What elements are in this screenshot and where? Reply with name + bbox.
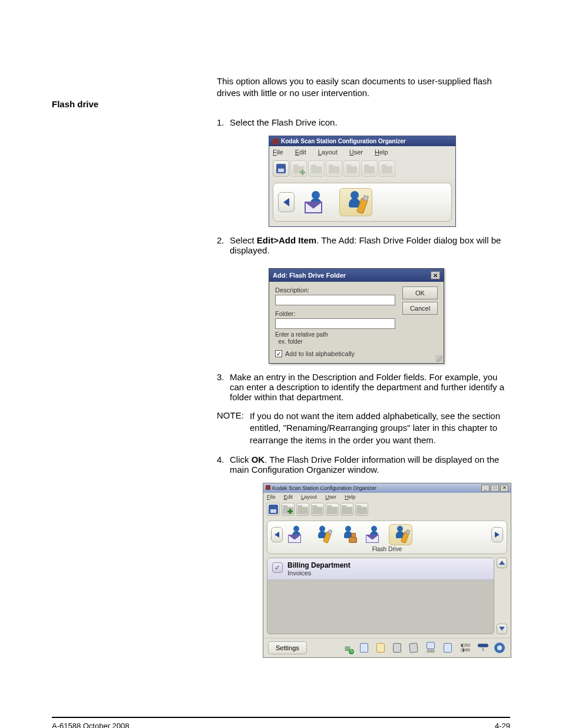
- folder-icon: [311, 166, 322, 173]
- ok-button[interactable]: OK: [402, 286, 438, 299]
- folder-icon: [382, 166, 392, 173]
- status-icon-list[interactable]: ≣↻: [341, 641, 354, 654]
- group-email[interactable]: [285, 524, 309, 545]
- folder-icon: [346, 166, 357, 173]
- menu-file[interactable]: File: [267, 494, 276, 500]
- scroll-left-button[interactable]: [271, 527, 283, 542]
- status-settings-icon[interactable]: [493, 641, 506, 654]
- toolbar-btn-7[interactable]: [355, 503, 368, 516]
- maximize-button[interactable]: □: [491, 485, 499, 492]
- menu-file[interactable]: File: [273, 149, 283, 156]
- note-label: NOTE:: [217, 410, 250, 446]
- chevron-left-icon: [275, 532, 279, 538]
- group-strip: Flash Drive: [267, 521, 507, 554]
- menu-help[interactable]: Help: [375, 149, 388, 156]
- window-controls: _ □ ✕: [481, 485, 508, 492]
- step-num: 3.: [217, 372, 230, 402]
- save-button[interactable]: [267, 503, 280, 516]
- group-network[interactable]: [337, 524, 361, 545]
- scroll-right-button[interactable]: [491, 527, 503, 542]
- cable-icon: [478, 644, 488, 647]
- toolbar-btn-5[interactable]: [343, 160, 360, 177]
- resize-grip-icon[interactable]: [435, 355, 442, 362]
- step-text: Select Edit>Add Item. The Add: Flash Dri…: [230, 235, 508, 255]
- menu-bar: File Edit Layout User Help: [269, 146, 455, 158]
- status-icon-jpg[interactable]: [391, 641, 404, 654]
- envelope-icon: [288, 535, 301, 543]
- folder-input[interactable]: [275, 318, 395, 329]
- status-icon-multi[interactable]: [407, 641, 420, 654]
- menu-user[interactable]: User: [349, 149, 363, 156]
- status-icon-preview[interactable]: [441, 641, 454, 654]
- menu-layout[interactable]: Layout: [318, 149, 338, 156]
- group-strip: [273, 183, 452, 222]
- group-email-2[interactable]: [363, 524, 386, 545]
- alpha-checkbox[interactable]: ✓: [275, 350, 282, 357]
- menu-help[interactable]: Help: [345, 494, 356, 500]
- scroll-down-button[interactable]: [497, 624, 507, 634]
- toolbar: [263, 501, 511, 518]
- group-flash-drive-2[interactable]: [389, 524, 412, 545]
- toolbar-btn-6[interactable]: [340, 503, 353, 516]
- plus-icon: [300, 170, 305, 175]
- item-checkbox[interactable]: ✓: [272, 562, 283, 573]
- stack-icon: [409, 643, 418, 653]
- folder-icon: [329, 166, 339, 173]
- toolbar-add[interactable]: [282, 503, 295, 516]
- group-flash-drive[interactable]: [339, 188, 372, 216]
- save-button[interactable]: [273, 160, 289, 177]
- folder-icon: [356, 507, 367, 514]
- step-num: 4.: [217, 454, 230, 475]
- menu-edit[interactable]: Edit: [295, 149, 306, 156]
- close-button[interactable]: ✕: [500, 485, 508, 492]
- status-copies[interactable]: 1: [477, 641, 490, 654]
- group-email[interactable]: [300, 188, 333, 216]
- toolbar-btn-7[interactable]: [379, 160, 395, 177]
- step-3: 3. Make an entry in the Description and …: [217, 372, 508, 402]
- cancel-button[interactable]: Cancel: [402, 302, 438, 315]
- folder-icon: [364, 166, 375, 173]
- folder-icon: [327, 507, 338, 514]
- step-num: 1.: [217, 117, 230, 127]
- chevron-down-icon: [499, 627, 505, 631]
- intro-text: This option allows you to easily scan do…: [217, 75, 508, 100]
- settings-button[interactable]: Settings: [268, 641, 307, 654]
- figure-organizer-full: Kodak Scan Station Configuration Organiz…: [263, 483, 511, 658]
- scroll-left-button[interactable]: [278, 192, 295, 212]
- menu-edit[interactable]: Edit: [284, 494, 293, 500]
- status-icon-doc[interactable]: [358, 641, 371, 654]
- toolbar-btn-3[interactable]: [296, 503, 309, 516]
- group-flash-drive[interactable]: [311, 524, 335, 545]
- menu-layout[interactable]: Layout: [301, 494, 317, 500]
- toolbar-add[interactable]: [290, 160, 307, 177]
- window-title: Kodak Scan Station Configuration Organiz…: [272, 485, 376, 491]
- alpha-checkbox-label: Add to list alphabetically: [285, 350, 355, 357]
- dialog-body: Description: Folder: Enter a relative pa…: [269, 282, 444, 363]
- step-1: 1. Select the Flash Drive icon.: [217, 117, 508, 127]
- scrollbar: [497, 558, 507, 634]
- plus-icon: [287, 509, 293, 514]
- toolbar-btn-5[interactable]: [326, 503, 339, 516]
- status-icon-dpi[interactable]: 200: [424, 641, 438, 654]
- scroll-up-button[interactable]: [497, 558, 507, 568]
- toolbar-btn-4[interactable]: [326, 160, 342, 177]
- app-icon: [273, 139, 279, 144]
- footer-right: 4-29: [495, 722, 510, 728]
- toolbar-btn-3[interactable]: [308, 160, 325, 177]
- toolbar-btn-4[interactable]: [311, 503, 324, 516]
- toolbar-btn-6[interactable]: [361, 160, 378, 177]
- minimize-button[interactable]: _: [481, 485, 490, 492]
- section-heading: Flash drive: [52, 99, 217, 109]
- hint-text: Enter a relative path ex. folder: [275, 331, 395, 345]
- window-titlebar: Kodak Scan Station Configuration Organiz…: [269, 136, 455, 146]
- status-icon-color[interactable]: [374, 641, 387, 654]
- window-title: Kodak Scan Station Configuration Organiz…: [281, 138, 406, 144]
- dialog-titlebar: Add: Flash Drive Folder ✕: [269, 269, 444, 282]
- menu-user[interactable]: User: [325, 494, 336, 500]
- close-button[interactable]: ✕: [431, 271, 440, 279]
- list-item[interactable]: ✓ Billing Department Invoices: [267, 558, 494, 580]
- step-4: 4. Click OK. The Flash Drive Folder info…: [217, 454, 508, 475]
- description-input[interactable]: [275, 295, 395, 305]
- file-icon: [393, 643, 401, 653]
- disk-icon: [276, 164, 286, 173]
